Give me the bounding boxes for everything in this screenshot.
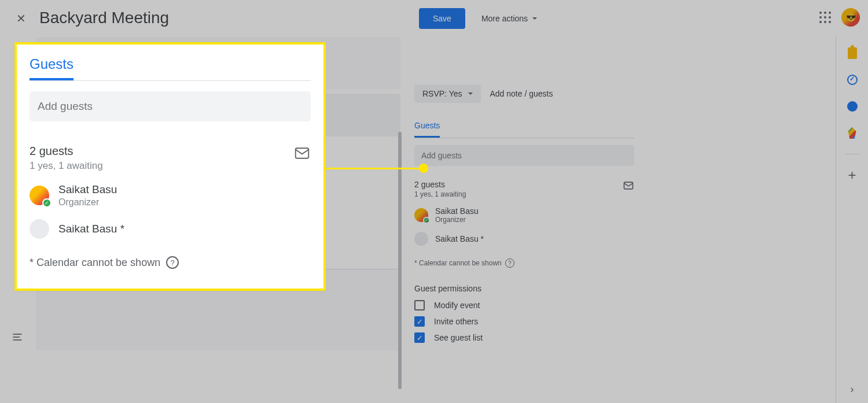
perm-modify-label: Modify event [434, 301, 480, 310]
guest-count-line2: 1 yes, 1 awaiting [414, 190, 466, 198]
email-guests-icon[interactable] [623, 180, 634, 191]
close-button[interactable]: ✕ [9, 7, 32, 30]
tasks-icon[interactable] [847, 74, 858, 86]
rsvp-dropdown[interactable]: RSVP: Yes [414, 84, 481, 103]
tab-guests[interactable]: Guests [414, 121, 440, 138]
google-apps-icon[interactable] [819, 12, 833, 25]
check-badge-icon: ✓ [42, 198, 52, 208]
avatar [30, 219, 49, 239]
callout-guest-name: Saikat Basu * [58, 223, 124, 235]
caret-down-icon [468, 93, 473, 95]
guest-name: Saikat Basu [435, 206, 479, 216]
callout-connector-dot [419, 164, 428, 173]
rsvp-label: RSVP: Yes [422, 89, 462, 98]
scrollbar-thumb[interactable] [398, 132, 402, 389]
guest-row[interactable]: Saikat Basu * [414, 232, 634, 246]
callout-email-icon[interactable] [293, 145, 311, 162]
contacts-icon[interactable] [847, 101, 858, 112]
callout-tab-guests: Guests [30, 56, 73, 80]
guest-count-line1: 2 guests [414, 180, 466, 189]
avatar: ✓ [414, 208, 428, 222]
avatar: ✓ [30, 186, 49, 205]
notes-icon [12, 331, 23, 343]
guest-row-organizer[interactable]: ✓ Saikat Basu Organizer [414, 206, 634, 224]
callout-footnote-text: * Calendar cannot be shown [30, 257, 160, 269]
save-button[interactable]: Save [419, 8, 465, 29]
checkbox-see-guest-list[interactable]: ✓ [414, 332, 425, 343]
perm-seelist-label: See guest list [434, 333, 483, 342]
callout-connector-line [325, 168, 421, 169]
zoom-callout: Guests 2 guests 1 yes, 1 awaiting ✓ Saik… [14, 42, 326, 291]
svg-rect-16 [296, 148, 309, 158]
help-icon[interactable]: ? [505, 258, 514, 268]
calendar-footnote: * Calendar cannot be shown ? [414, 258, 634, 268]
check-badge-icon: ✓ [423, 217, 430, 224]
more-actions-button[interactable]: More actions [475, 8, 544, 29]
footnote-text: * Calendar cannot be shown [414, 259, 502, 267]
avatar [414, 232, 428, 246]
perm-invite-label: Invite others [434, 317, 478, 326]
callout-guest-row: Saikat Basu * [30, 219, 311, 239]
keep-icon[interactable] [847, 47, 858, 59]
callout-guest-name: Saikat Basu [58, 183, 117, 196]
hide-side-panel-icon[interactable]: › [847, 383, 858, 395]
caret-down-icon [532, 17, 537, 20]
google-side-panel: + › [836, 37, 868, 403]
add-guests-input[interactable] [414, 145, 634, 166]
callout-footnote: * Calendar cannot be shown ? [30, 256, 311, 269]
maps-icon[interactable] [847, 127, 858, 139]
add-note-link[interactable]: Add note / guests [490, 89, 553, 98]
callout-count-line1: 2 guests [30, 145, 103, 158]
guest-role: Organizer [435, 216, 479, 224]
event-title-input[interactable] [39, 9, 398, 28]
add-addon-icon[interactable]: + [847, 169, 858, 181]
help-icon: ? [166, 256, 179, 269]
close-icon: ✕ [16, 12, 26, 25]
callout-add-guests-input[interactable] [30, 91, 311, 121]
checkbox-invite-others[interactable]: ✓ [414, 316, 425, 327]
divider [845, 154, 859, 154]
callout-count-line2: 1 yes, 1 awaiting [30, 160, 103, 172]
account-avatar[interactable]: 😎 [841, 8, 860, 27]
permissions-header: Guest permissions [414, 284, 634, 293]
callout-guest-role: Organizer [58, 197, 117, 208]
guest-name: Saikat Basu * [435, 234, 484, 243]
checkbox-modify-event[interactable] [414, 300, 425, 310]
callout-guest-row-organizer: ✓ Saikat Basu Organizer [30, 183, 311, 208]
more-actions-label: More actions [481, 14, 528, 23]
